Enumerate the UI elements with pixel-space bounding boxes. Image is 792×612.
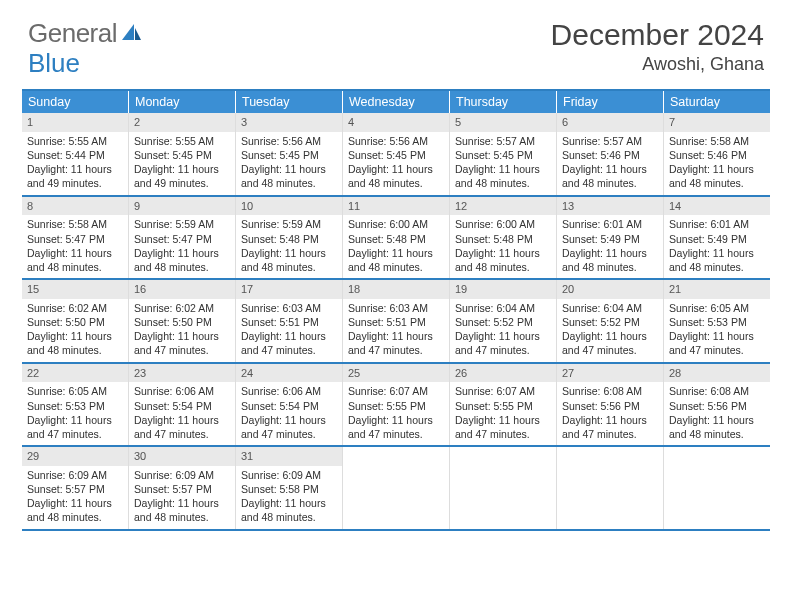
calendar-cell: 19Sunrise: 6:04 AMSunset: 5:52 PMDayligh… — [450, 280, 557, 362]
sunset-text: Sunset: 5:48 PM — [348, 232, 444, 246]
week-row: 15Sunrise: 6:02 AMSunset: 5:50 PMDayligh… — [22, 280, 770, 364]
daylight-text: Daylight: 11 hours and 48 minutes. — [27, 496, 123, 524]
sunset-text: Sunset: 5:55 PM — [455, 399, 551, 413]
calendar-cell — [557, 447, 664, 529]
daylight-text: Daylight: 11 hours and 48 minutes. — [241, 496, 337, 524]
cell-body: Sunrise: 6:06 AMSunset: 5:54 PMDaylight:… — [129, 382, 235, 445]
date-number: 19 — [450, 280, 556, 299]
calendar-cell: 11Sunrise: 6:00 AMSunset: 5:48 PMDayligh… — [343, 197, 450, 279]
cell-body: Sunrise: 5:56 AMSunset: 5:45 PMDaylight:… — [343, 132, 449, 195]
sunset-text: Sunset: 5:44 PM — [27, 148, 123, 162]
sunset-text: Sunset: 5:48 PM — [241, 232, 337, 246]
header: General December 2024 Awoshi, Ghana — [0, 0, 792, 81]
date-number: 7 — [664, 113, 770, 132]
calendar-cell: 18Sunrise: 6:03 AMSunset: 5:51 PMDayligh… — [343, 280, 450, 362]
date-number: 29 — [22, 447, 128, 466]
calendar-cell: 29Sunrise: 6:09 AMSunset: 5:57 PMDayligh… — [22, 447, 129, 529]
sunrise-text: Sunrise: 5:57 AM — [455, 134, 551, 148]
sunset-text: Sunset: 5:47 PM — [134, 232, 230, 246]
daylight-text: Daylight: 11 hours and 48 minutes. — [455, 162, 551, 190]
calendar-cell: 9Sunrise: 5:59 AMSunset: 5:47 PMDaylight… — [129, 197, 236, 279]
sunset-text: Sunset: 5:45 PM — [455, 148, 551, 162]
sunrise-text: Sunrise: 6:01 AM — [562, 217, 658, 231]
date-number: 1 — [22, 113, 128, 132]
date-number: 22 — [22, 364, 128, 383]
calendar-cell: 4Sunrise: 5:56 AMSunset: 5:45 PMDaylight… — [343, 113, 450, 195]
calendar-cell: 31Sunrise: 6:09 AMSunset: 5:58 PMDayligh… — [236, 447, 343, 529]
sunset-text: Sunset: 5:54 PM — [134, 399, 230, 413]
date-number: 10 — [236, 197, 342, 216]
daylight-text: Daylight: 11 hours and 49 minutes. — [27, 162, 123, 190]
cell-body: Sunrise: 6:01 AMSunset: 5:49 PMDaylight:… — [664, 215, 770, 278]
cell-body: Sunrise: 5:58 AMSunset: 5:47 PMDaylight:… — [22, 215, 128, 278]
cell-body: Sunrise: 6:08 AMSunset: 5:56 PMDaylight:… — [664, 382, 770, 445]
sunrise-text: Sunrise: 5:56 AM — [348, 134, 444, 148]
cell-body: Sunrise: 6:07 AMSunset: 5:55 PMDaylight:… — [450, 382, 556, 445]
date-number: 31 — [236, 447, 342, 466]
daylight-text: Daylight: 11 hours and 48 minutes. — [348, 246, 444, 274]
sunrise-text: Sunrise: 5:59 AM — [134, 217, 230, 231]
calendar-cell: 30Sunrise: 6:09 AMSunset: 5:57 PMDayligh… — [129, 447, 236, 529]
calendar-cell: 23Sunrise: 6:06 AMSunset: 5:54 PMDayligh… — [129, 364, 236, 446]
cell-body: Sunrise: 6:04 AMSunset: 5:52 PMDaylight:… — [450, 299, 556, 362]
title-block: December 2024 Awoshi, Ghana — [551, 18, 764, 75]
weeks-container: 1Sunrise: 5:55 AMSunset: 5:44 PMDaylight… — [22, 113, 770, 531]
date-number: 18 — [343, 280, 449, 299]
sunset-text: Sunset: 5:56 PM — [669, 399, 765, 413]
sunset-text: Sunset: 5:49 PM — [562, 232, 658, 246]
sunrise-text: Sunrise: 6:09 AM — [134, 468, 230, 482]
calendar-cell: 20Sunrise: 6:04 AMSunset: 5:52 PMDayligh… — [557, 280, 664, 362]
date-number: 23 — [129, 364, 235, 383]
daylight-text: Daylight: 11 hours and 47 minutes. — [455, 413, 551, 441]
daylight-text: Daylight: 11 hours and 48 minutes. — [241, 162, 337, 190]
calendar-cell: 1Sunrise: 5:55 AMSunset: 5:44 PMDaylight… — [22, 113, 129, 195]
week-row: 8Sunrise: 5:58 AMSunset: 5:47 PMDaylight… — [22, 197, 770, 281]
month-title: December 2024 — [551, 18, 764, 52]
sunrise-text: Sunrise: 6:00 AM — [348, 217, 444, 231]
sunrise-text: Sunrise: 6:06 AM — [241, 384, 337, 398]
cell-body: Sunrise: 6:02 AMSunset: 5:50 PMDaylight:… — [129, 299, 235, 362]
date-number: 12 — [450, 197, 556, 216]
sail-icon — [120, 18, 142, 49]
sunrise-text: Sunrise: 5:59 AM — [241, 217, 337, 231]
calendar-cell: 8Sunrise: 5:58 AMSunset: 5:47 PMDaylight… — [22, 197, 129, 279]
sunrise-text: Sunrise: 6:02 AM — [27, 301, 123, 315]
sunset-text: Sunset: 5:57 PM — [27, 482, 123, 496]
date-number: 6 — [557, 113, 663, 132]
sunset-text: Sunset: 5:53 PM — [27, 399, 123, 413]
cell-body: Sunrise: 6:03 AMSunset: 5:51 PMDaylight:… — [236, 299, 342, 362]
daylight-text: Daylight: 11 hours and 47 minutes. — [562, 413, 658, 441]
day-header-tuesday: Tuesday — [236, 91, 343, 113]
cell-body: Sunrise: 6:09 AMSunset: 5:58 PMDaylight:… — [236, 466, 342, 529]
date-number: 25 — [343, 364, 449, 383]
cell-body: Sunrise: 6:07 AMSunset: 5:55 PMDaylight:… — [343, 382, 449, 445]
day-header-wednesday: Wednesday — [343, 91, 450, 113]
cell-body: Sunrise: 6:03 AMSunset: 5:51 PMDaylight:… — [343, 299, 449, 362]
calendar-cell: 2Sunrise: 5:55 AMSunset: 5:45 PMDaylight… — [129, 113, 236, 195]
daylight-text: Daylight: 11 hours and 48 minutes. — [241, 246, 337, 274]
cell-body: Sunrise: 6:05 AMSunset: 5:53 PMDaylight:… — [664, 299, 770, 362]
date-number: 26 — [450, 364, 556, 383]
sunset-text: Sunset: 5:45 PM — [241, 148, 337, 162]
sunrise-text: Sunrise: 6:03 AM — [348, 301, 444, 315]
calendar-cell: 3Sunrise: 5:56 AMSunset: 5:45 PMDaylight… — [236, 113, 343, 195]
week-row: 29Sunrise: 6:09 AMSunset: 5:57 PMDayligh… — [22, 447, 770, 531]
sunset-text: Sunset: 5:57 PM — [134, 482, 230, 496]
cell-body: Sunrise: 5:59 AMSunset: 5:47 PMDaylight:… — [129, 215, 235, 278]
sunset-text: Sunset: 5:58 PM — [241, 482, 337, 496]
calendar-cell: 26Sunrise: 6:07 AMSunset: 5:55 PMDayligh… — [450, 364, 557, 446]
sunset-text: Sunset: 5:52 PM — [455, 315, 551, 329]
cell-body: Sunrise: 6:09 AMSunset: 5:57 PMDaylight:… — [129, 466, 235, 529]
calendar-cell: 10Sunrise: 5:59 AMSunset: 5:48 PMDayligh… — [236, 197, 343, 279]
daylight-text: Daylight: 11 hours and 47 minutes. — [348, 413, 444, 441]
calendar-cell: 21Sunrise: 6:05 AMSunset: 5:53 PMDayligh… — [664, 280, 770, 362]
cell-body: Sunrise: 5:57 AMSunset: 5:45 PMDaylight:… — [450, 132, 556, 195]
sunset-text: Sunset: 5:46 PM — [669, 148, 765, 162]
svg-marker-1 — [135, 28, 141, 40]
calendar-cell: 7Sunrise: 5:58 AMSunset: 5:46 PMDaylight… — [664, 113, 770, 195]
svg-marker-0 — [122, 24, 134, 40]
date-number: 14 — [664, 197, 770, 216]
sunset-text: Sunset: 5:51 PM — [348, 315, 444, 329]
daylight-text: Daylight: 11 hours and 48 minutes. — [669, 413, 765, 441]
day-header-friday: Friday — [557, 91, 664, 113]
